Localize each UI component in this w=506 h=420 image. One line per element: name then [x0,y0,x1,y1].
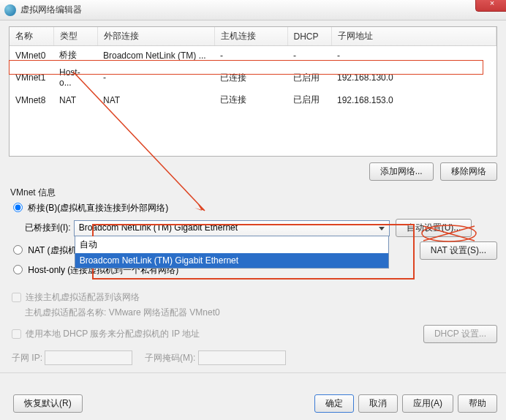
radio-bridge[interactable]: 桥接(B)(虚拟机直接连接到外部网络) [13,203,168,213]
subnet-mask-label: 子网掩码(M): [145,353,195,363]
col-host[interactable]: 主机连接 [214,27,287,46]
close-button[interactable]: × [475,0,506,12]
use-dhcp-label: 使用本地 DHCP 服务来分配虚拟机的 IP 地址 [26,328,200,340]
dropdown-option-broadcom[interactable]: Broadcom NetLink (TM) Gigabit Ethernet [75,253,388,268]
bridged-to-select[interactable]: Broadcom NetLink (TM) Gigabit Ethernet 自… [74,220,390,236]
host-adapter-name: 主机虚拟适配器名称: VMware 网络适配器 VMnet0 [25,307,497,319]
ok-button[interactable]: 确定 [314,394,354,413]
bridged-to-label: 已桥接到(I): [25,222,71,234]
apply-button[interactable]: 应用(A) [402,394,453,413]
network-table: 名称 类型 外部连接 主机连接 DHCP 子网地址 VMnet0 桥接 Broa… [9,26,497,157]
table-header-row: 名称 类型 外部连接 主机连接 DHCP 子网地址 [10,27,496,46]
col-name[interactable]: 名称 [10,27,53,46]
nat-settings-button[interactable]: NAT 设置(S)... [420,241,497,260]
table-row[interactable]: VMnet0 桥接 Broadcom NetLink (TM) ... - - … [10,46,496,65]
bridged-to-dropdown: 自动 Broadcom NetLink (TM) Gigabit Etherne… [75,236,389,269]
connect-host-adapter-label: 连接主机虚拟适配器到该网络 [26,291,140,304]
table-row[interactable]: VMnet8 NAT NAT 已连接 已启用 192.168.153.0 [10,91,496,109]
add-network-button[interactable]: 添加网络... [369,162,434,181]
vmnet-section-label: VMnet 信息 [10,187,497,199]
radio-nat-input[interactable] [13,245,23,255]
col-ext[interactable]: 外部连接 [97,27,214,46]
subnet-mask-input [198,350,286,365]
subnet-ip-input [45,350,132,365]
restore-defaults-button[interactable]: 恢复默认(R) [13,394,83,413]
cancel-button[interactable]: 取消 [358,394,398,413]
col-dhcp[interactable]: DHCP [287,27,331,46]
use-dhcp-checkbox [12,329,21,339]
col-subnet[interactable]: 子网地址 [331,27,496,46]
col-type[interactable]: 类型 [53,27,97,46]
remove-network-button[interactable]: 移除网络 [440,162,497,181]
auto-settings-button[interactable]: 自动设置(U)... [396,219,472,237]
bridged-to-selected: Broadcom NetLink (TM) Gigabit Ethernet [79,222,238,233]
radio-bridge-input[interactable] [13,203,23,212]
connect-host-adapter-checkbox [12,293,21,302]
subnet-ip-label: 子网 IP: [12,353,42,363]
dialog-footer: 恢复默认(R) 确定 取消 应用(A) 帮助 [0,387,506,420]
dropdown-option-auto[interactable]: 自动 [75,236,388,253]
dhcp-settings-button: DHCP 设置... [423,325,497,343]
window-title: 虚拟网络编辑器 [20,4,82,16]
table-row[interactable]: VMnet1 Host-o... - 已连接 已启用 192.168.130.0 [10,64,496,91]
app-icon [4,4,16,16]
titlebar: 虚拟网络编辑器 × [0,0,506,20]
radio-hostonly-input[interactable] [13,265,23,274]
help-button[interactable]: 帮助 [458,394,497,413]
